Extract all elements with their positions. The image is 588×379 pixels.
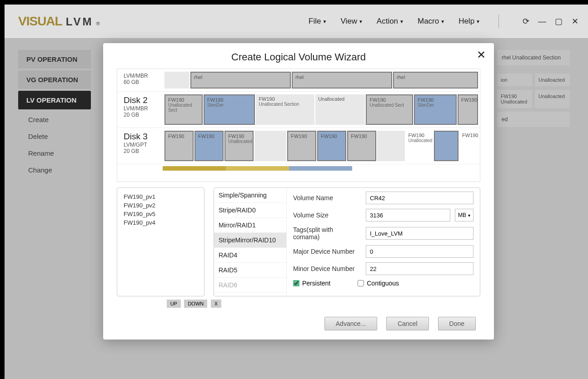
dialog-title: Create Logical Volume Wizard	[103, 43, 494, 69]
pv-down-button[interactable]: DOWN	[184, 300, 207, 308]
raid-6[interactable]: RAID6	[214, 278, 286, 293]
pv-list[interactable]: FW190_pv1 FW190_pv2 FW190_pv5 FW190_pv4	[117, 187, 204, 296]
raid-5[interactable]: RAID5	[214, 263, 286, 278]
raid-stripemirror[interactable]: StripeMirror/RAID10	[214, 233, 286, 248]
disk-view[interactable]: LVM/MBR 60 GB rhel rhel rhel Disk 2 LVM/…	[117, 69, 480, 182]
disk-segment[interactable]: FW190Unallocated Sect	[164, 94, 203, 125]
minor-device-input[interactable]	[366, 262, 473, 275]
create-lv-wizard-dialog: ✕ Create Logical Volume Wizard LVM/MBR 6…	[103, 43, 494, 340]
cancel-button[interactable]: Cancel	[386, 317, 429, 330]
raid-simple[interactable]: Simple/Spanning	[214, 188, 286, 203]
modal-overlay: ✕ Create Logical Volume Wizard LVM/MBR 6…	[5, 5, 588, 379]
pv-item[interactable]: FW190_pv4	[124, 218, 198, 227]
pv-item[interactable]: FW190_pv1	[124, 192, 198, 201]
volname-label: Volume Name	[293, 194, 361, 202]
raid-mirror[interactable]: Mirror/RAID1	[214, 218, 286, 233]
volume-name-input[interactable]	[366, 192, 473, 204]
size-unit-select[interactable]: MB▾	[455, 209, 473, 221]
major-device-input[interactable]	[366, 245, 473, 258]
pv-item[interactable]: FW190_pv2	[124, 201, 198, 210]
contiguous-checkbox[interactable]: Contiguous	[358, 280, 399, 287]
tags-label: Tags(split with comama)	[293, 226, 361, 241]
pv-remove-button[interactable]: X	[211, 300, 221, 308]
raid-stripe[interactable]: Stripe/RAID0	[214, 203, 286, 218]
advance-button[interactable]: Advance...	[324, 317, 377, 330]
tags-input[interactable]	[366, 227, 473, 240]
minor-label: Minor Device Number	[293, 265, 361, 272]
done-button[interactable]: Done	[438, 317, 476, 330]
major-label: Major Device Number	[293, 248, 361, 255]
persistent-checkbox[interactable]: Persistent	[293, 280, 330, 287]
volume-size-input[interactable]	[366, 209, 450, 221]
pv-order-buttons: UP DOWN X	[117, 299, 221, 308]
raid-panel: Simple/Spanning Stripe/RAID0 Mirror/RAID…	[214, 187, 480, 296]
volsize-label: Volume Size	[293, 212, 361, 219]
pv-item[interactable]: FW190_pv5	[124, 210, 198, 218]
close-icon[interactable]: ✕	[477, 49, 486, 61]
pv-up-button[interactable]: UP	[167, 300, 181, 308]
raid-4[interactable]: RAID4	[214, 248, 286, 263]
